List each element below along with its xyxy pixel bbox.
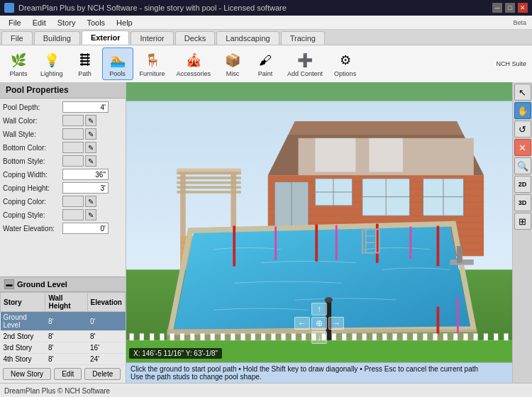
svg-rect-39 — [177, 191, 240, 194]
svg-rect-55 — [436, 307, 439, 334]
pools-icon: 🏊 — [108, 50, 128, 70]
prop-pool-depth: Pool Depth: — [3, 101, 123, 113]
coping-width-input[interactable] — [62, 169, 109, 180]
water-elevation-input[interactable] — [62, 223, 109, 234]
furniture-label: Furniture — [140, 70, 165, 77]
coping-height-label: Coping Height: — [3, 184, 61, 192]
statusbar: DreamPlan Plus © NCH Software — [0, 383, 532, 397]
bottom-color-swatch[interactable] — [62, 142, 84, 153]
coping-style-edit-button[interactable]: ✎ — [85, 209, 96, 220]
options-icon: ⚙ — [336, 50, 355, 70]
nav-right-button[interactable]: → — [328, 317, 344, 330]
ground-level-table: Story Wall Height Elevation Ground Level… — [0, 292, 126, 365]
hand-tool-button[interactable]: ✋ — [514, 102, 531, 119]
pools-label: Pools — [109, 70, 126, 77]
plants-icon: 🌿 — [9, 50, 28, 70]
titlebar: DreamPlan Plus by NCH Software - single … — [0, 0, 532, 16]
pool-depth-input[interactable] — [62, 101, 109, 113]
table-row[interactable]: 3rd Story 8' 16' — [1, 342, 126, 354]
maximize-button[interactable]: □ — [505, 3, 515, 13]
coping-width-label: Coping Width: — [3, 171, 61, 179]
tool-lighting[interactable]: 💡 Lighting — [35, 47, 68, 80]
svg-rect-38 — [177, 186, 240, 189]
menu-edit[interactable]: Edit — [27, 17, 52, 28]
grid-view-button[interactable]: ⊞ — [514, 213, 531, 230]
bottom-style-edit-button[interactable]: ✎ — [85, 155, 96, 167]
coping-color-edit-button[interactable]: ✎ — [85, 196, 96, 207]
menu-file[interactable]: File — [3, 17, 27, 28]
tool-plants[interactable]: 🌿 Plants — [3, 47, 34, 80]
bottom-style-swatch[interactable] — [62, 155, 84, 167]
menu-story[interactable]: Story — [52, 17, 82, 28]
ground-level-panel: ▬ Ground Level Story Wall Height Elevati… — [0, 276, 126, 383]
viewport[interactable]: ↑ ← ⊕ → ↓ X: 146'-5 11/16" Y: 63'-1/8" C… — [126, 82, 512, 383]
furniture-icon: 🪑 — [143, 50, 162, 70]
coping-color-swatch[interactable] — [62, 196, 84, 207]
row-wall-height: 8' — [45, 342, 87, 354]
tab-interior[interactable]: Interior — [131, 31, 173, 45]
row-story: 3rd Story — [1, 342, 45, 354]
svg-rect-54 — [436, 225, 439, 266]
svg-marker-5 — [288, 121, 463, 135]
nav-center-button[interactable]: ⊕ — [311, 317, 327, 330]
menu-tools[interactable]: Tools — [81, 17, 111, 28]
coping-style-swatch[interactable] — [62, 209, 84, 220]
tab-tracing[interactable]: Tracing — [281, 31, 325, 45]
tool-add-content[interactable]: ➕ Add Content — [282, 47, 328, 80]
tab-file[interactable]: File — [1, 31, 33, 45]
tool-furniture[interactable]: 🪑 Furniture — [135, 47, 170, 80]
bottom-color-edit-button[interactable]: ✎ — [85, 142, 96, 153]
tab-building[interactable]: Building — [34, 31, 80, 45]
close-button[interactable]: ✕ — [518, 3, 528, 13]
table-row[interactable]: Ground Level 8' 0' — [1, 312, 126, 331]
tab-exterior[interactable]: Exterior — [82, 30, 130, 45]
coping-color-label: Coping Color: — [3, 198, 61, 206]
table-row[interactable]: 4th Story 8' 24' — [1, 354, 126, 365]
collapse-button[interactable]: ▬ — [4, 279, 14, 289]
nch-suite-button[interactable]: NCH Suite — [496, 60, 526, 67]
rotate-tool-button[interactable]: ↺ — [514, 121, 531, 138]
pool-properties-form: Pool Depth: Wall Color: ✎ Wall Style: ✎ … — [0, 99, 126, 276]
table-row[interactable]: 2nd Story 8' 8' — [1, 331, 126, 342]
accessories-label: Accessories — [177, 70, 211, 77]
hint-line1: Click the ground to start pool path • Ho… — [131, 365, 508, 373]
tool-path[interactable]: 🛤 Path — [70, 47, 101, 80]
hint-overlay: Click the ground to start pool path • Ho… — [126, 362, 512, 383]
left-panel: Pool Properties Pool Depth: Wall Color: … — [0, 82, 126, 383]
zoom-tool-button[interactable]: 🔍 — [514, 157, 531, 174]
ground-level-buttons: New Story Edit Delete — [0, 365, 126, 383]
3d-view-button[interactable]: 3D — [514, 194, 531, 211]
svg-rect-7 — [315, 138, 355, 172]
wall-color-swatch[interactable] — [62, 115, 84, 126]
delete-story-button[interactable]: Delete — [84, 368, 121, 380]
wall-style-edit-button[interactable]: ✎ — [85, 128, 96, 140]
menu-help[interactable]: Help — [111, 17, 138, 28]
cursor-tool-button[interactable]: ↖ — [514, 84, 531, 101]
row-elevation: 8' — [87, 331, 125, 342]
tool-options[interactable]: ⚙ Options — [329, 47, 361, 80]
row-story: Ground Level — [1, 312, 45, 331]
tool-pools[interactable]: 🏊 Pools — [102, 47, 133, 80]
tab-decks[interactable]: Decks — [175, 31, 216, 45]
tool-paint[interactable]: 🖌 Paint — [250, 47, 281, 80]
nav-down-button[interactable]: ↓ — [311, 331, 327, 344]
wall-color-edit-button[interactable]: ✎ — [85, 115, 96, 126]
pool-depth-label: Pool Depth: — [3, 104, 61, 111]
new-story-button[interactable]: New Story — [3, 368, 51, 380]
tool-accessories[interactable]: 🎪 Accessories — [172, 47, 216, 80]
minimize-button[interactable]: ─ — [492, 3, 502, 13]
edit-story-button[interactable]: Edit — [54, 368, 82, 380]
wall-style-swatch[interactable] — [62, 128, 84, 140]
plants-label: Plants — [9, 70, 27, 77]
svg-point-68 — [325, 297, 333, 303]
coping-height-input[interactable] — [62, 182, 109, 194]
2d-view-button[interactable]: 2D — [514, 176, 531, 193]
nav-left-button[interactable]: ← — [294, 317, 310, 330]
row-elevation: 16' — [87, 342, 125, 354]
delete-tool-button[interactable]: ✕ — [514, 139, 531, 156]
tool-misc[interactable]: 📦 Misc — [217, 47, 248, 80]
tab-landscaping[interactable]: Landscaping — [216, 31, 279, 45]
paint-icon: 🖌 — [255, 50, 275, 70]
lighting-icon: 💡 — [42, 50, 62, 70]
nav-up-button[interactable]: ↑ — [311, 303, 327, 315]
